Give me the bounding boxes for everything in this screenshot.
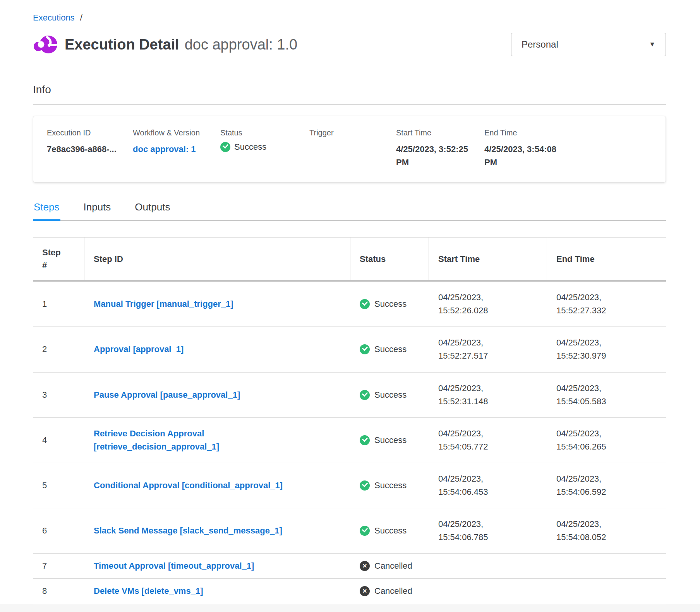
table-row: 6 Slack Send Message [slack_send_message… bbox=[33, 508, 666, 554]
step-status: Success bbox=[350, 434, 429, 447]
status-label: Status bbox=[220, 128, 309, 137]
info-start-time: Start Time 4/25/2023, 3:52:25 PM bbox=[396, 128, 484, 169]
scope-selector-dropdown[interactable]: Personal ▼ bbox=[511, 33, 666, 56]
step-number: 8 bbox=[33, 585, 84, 598]
table-row: 1 Manual Trigger [manual_trigger_1] Succ… bbox=[33, 282, 666, 327]
step-id-link[interactable]: Delete VMs [delete_vms_1] bbox=[94, 585, 203, 598]
status-text: Success bbox=[374, 388, 407, 402]
step-end-time bbox=[547, 585, 666, 598]
step-number: 7 bbox=[33, 559, 84, 573]
tab-steps[interactable]: Steps bbox=[33, 200, 60, 220]
step-status: Success bbox=[350, 479, 429, 492]
workflow-version-label: Workflow & Version bbox=[133, 128, 220, 137]
steps-table: Step # Step ID Status Start Time End Tim… bbox=[33, 237, 666, 604]
step-start-time: 04/25/2023, 15:52:26.028 bbox=[429, 291, 547, 317]
scope-selected-value: Personal bbox=[522, 39, 558, 50]
step-number: 5 bbox=[33, 479, 84, 492]
step-id-link[interactable]: Retrieve Decision Approval [retrieve_dec… bbox=[94, 427, 311, 453]
step-status: Cancelled bbox=[350, 559, 429, 573]
end-time-label: End Time bbox=[484, 128, 666, 137]
execution-logo-icon bbox=[33, 32, 58, 57]
status-text: Cancelled bbox=[374, 559, 412, 573]
step-start-time: 04/25/2023, 15:54:06.453 bbox=[429, 472, 547, 499]
step-number: 4 bbox=[33, 434, 84, 447]
info-section-title: Info bbox=[33, 84, 666, 96]
status-text: Success bbox=[374, 297, 407, 311]
header-divider bbox=[33, 68, 666, 68]
table-row: 8 Delete VMs [delete_vms_1] Cancelled bbox=[33, 579, 666, 604]
step-start-time: 04/25/2023, 15:52:31.148 bbox=[429, 382, 547, 408]
step-id-link[interactable]: Slack Send Message [slack_send_message_1… bbox=[94, 524, 282, 537]
header-end-time: End Time bbox=[547, 238, 666, 280]
step-start-time: 04/25/2023, 15:54:06.785 bbox=[429, 518, 547, 544]
check-circle-icon bbox=[360, 344, 370, 354]
trigger-label: Trigger bbox=[309, 128, 396, 137]
header-step-number: Step # bbox=[33, 238, 84, 280]
x-circle-icon bbox=[360, 561, 370, 571]
page-subtitle: doc approval: 1.0 bbox=[185, 36, 298, 53]
check-circle-icon bbox=[220, 142, 230, 152]
tab-outputs[interactable]: Outputs bbox=[134, 200, 171, 220]
info-execution-id: Execution ID 7e8ac396-a868-... bbox=[47, 128, 133, 169]
page-cutoff-strip bbox=[0, 604, 700, 612]
table-row: 7 Timeout Approval [timeout_approval_1] … bbox=[33, 554, 666, 579]
header-step-id: Step ID bbox=[84, 238, 350, 280]
step-number: 1 bbox=[33, 297, 84, 311]
step-end-time bbox=[547, 559, 666, 573]
end-time-value: 4/25/2023, 3:54:08 PM bbox=[484, 143, 562, 169]
step-number: 6 bbox=[33, 524, 84, 537]
table-row: 4 Retrieve Decision Approval [retrieve_d… bbox=[33, 418, 666, 463]
x-circle-icon bbox=[360, 586, 370, 596]
check-circle-icon bbox=[360, 299, 370, 309]
info-status: Status Success bbox=[220, 128, 309, 169]
breadcrumb: Executions / bbox=[33, 13, 666, 23]
step-id-link[interactable]: Timeout Approval [timeout_approval_1] bbox=[94, 559, 254, 573]
check-circle-icon bbox=[360, 480, 370, 491]
step-start-time bbox=[429, 585, 547, 598]
step-id-link[interactable]: Conditional Approval [conditional_approv… bbox=[94, 479, 283, 492]
step-status: Cancelled bbox=[350, 585, 429, 598]
step-start-time bbox=[429, 559, 547, 573]
status-text: Success bbox=[374, 434, 407, 447]
step-end-time: 04/25/2023, 15:54:06.265 bbox=[547, 427, 666, 453]
check-circle-icon bbox=[360, 390, 370, 400]
step-status: Success bbox=[350, 297, 429, 311]
header-start-time: Start Time bbox=[429, 238, 547, 280]
execution-id-label: Execution ID bbox=[47, 128, 133, 137]
detail-tabs: Steps Inputs Outputs bbox=[33, 200, 666, 221]
workflow-version-link[interactable]: doc approval: 1 bbox=[133, 144, 196, 154]
start-time-value: 4/25/2023, 3:52:25 PM bbox=[396, 143, 474, 169]
tab-inputs[interactable]: Inputs bbox=[83, 200, 112, 220]
step-end-time: 04/25/2023, 15:54:08.052 bbox=[547, 518, 666, 544]
info-end-time: End Time 4/25/2023, 3:54:08 PM bbox=[484, 128, 666, 169]
header-status: Status bbox=[350, 238, 429, 280]
breadcrumb-executions-link[interactable]: Executions bbox=[33, 13, 75, 23]
page-header: Execution Detail doc approval: 1.0 Perso… bbox=[33, 32, 666, 57]
page-title: Execution Detail bbox=[65, 36, 179, 53]
step-id-link[interactable]: Approval [approval_1] bbox=[94, 343, 184, 356]
status-text: Success bbox=[374, 524, 407, 537]
info-trigger: Trigger bbox=[309, 128, 396, 169]
step-start-time: 04/25/2023, 15:54:05.772 bbox=[429, 427, 547, 453]
step-end-time: 04/25/2023, 15:54:06.592 bbox=[547, 472, 666, 499]
status-text: Success bbox=[374, 343, 407, 356]
info-divider bbox=[33, 104, 666, 105]
step-end-time: 04/25/2023, 15:52:27.332 bbox=[547, 291, 666, 317]
info-card: Execution ID 7e8ac396-a868-... Workflow … bbox=[33, 116, 666, 183]
start-time-label: Start Time bbox=[396, 128, 484, 137]
status-text: Cancelled bbox=[374, 585, 412, 598]
status-value: Success bbox=[234, 142, 266, 152]
step-status: Success bbox=[350, 524, 429, 537]
table-row: 5 Conditional Approval [conditional_appr… bbox=[33, 463, 666, 508]
step-id-link[interactable]: Manual Trigger [manual_trigger_1] bbox=[94, 297, 233, 311]
step-number: 2 bbox=[33, 343, 84, 356]
info-workflow-version: Workflow & Version doc approval: 1 bbox=[133, 128, 220, 169]
caret-down-icon: ▼ bbox=[649, 41, 655, 48]
check-circle-icon bbox=[360, 435, 370, 445]
status-text: Success bbox=[374, 479, 407, 492]
step-start-time: 04/25/2023, 15:52:27.517 bbox=[429, 336, 547, 362]
step-id-link[interactable]: Pause Approval [pause_approval_1] bbox=[94, 388, 240, 402]
execution-id-value: 7e8ac396-a868-... bbox=[47, 143, 133, 156]
step-number: 3 bbox=[33, 388, 84, 402]
page-content: Executions / Execution Detail doc approv… bbox=[33, 0, 666, 612]
